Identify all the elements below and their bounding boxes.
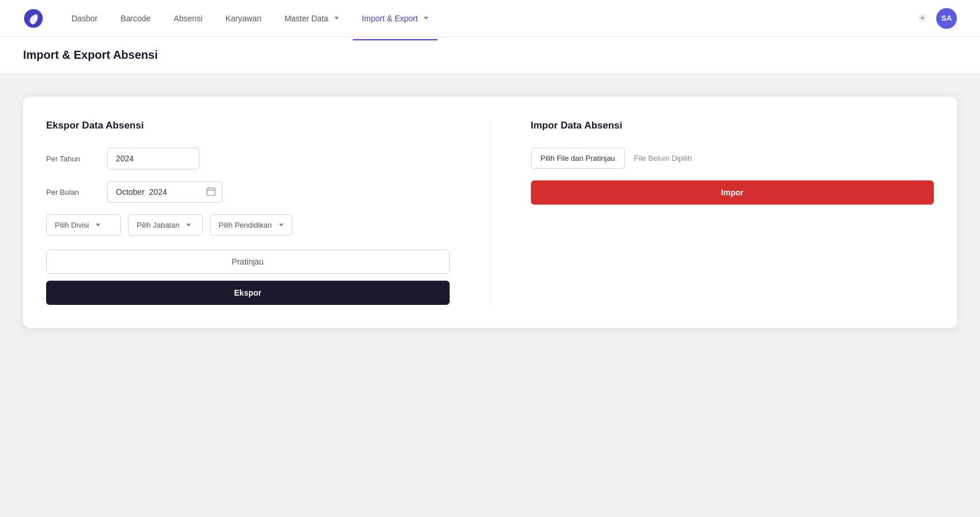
app-logo[interactable] <box>23 8 44 29</box>
month-row: Per Bulan <box>46 181 450 203</box>
nav-item-import-export[interactable]: Import & Export <box>353 9 438 28</box>
nav-item-master-data[interactable]: Master Data <box>275 9 348 28</box>
export-section: Ekspor Data Absensi Per Tahun Per Bulan <box>46 120 450 305</box>
section-divider <box>490 120 491 305</box>
dropdowns-row: Pilih Divisi Pilih Jabatan Pilih Pendidi… <box>46 214 450 236</box>
navbar: Dasbor Barcode Absensi Karyawan Master D… <box>0 0 980 37</box>
month-input[interactable] <box>107 181 223 203</box>
export-button[interactable]: Ekspor <box>46 281 450 305</box>
file-status: File Belum Dipilih <box>634 154 692 163</box>
year-label: Per Tahun <box>46 154 98 163</box>
nav-right: ☀ SA <box>918 8 957 29</box>
year-input[interactable] <box>107 148 199 169</box>
main-card: Ekspor Data Absensi Per Tahun Per Bulan <box>23 97 957 328</box>
nav-links: Dasbor Barcode Absensi Karyawan Master D… <box>62 9 918 28</box>
nav-item-barcode[interactable]: Barcode <box>111 9 160 28</box>
month-label: Per Bulan <box>46 188 98 197</box>
chevron-down-icon <box>186 224 191 227</box>
preview-button[interactable]: Pratinjau <box>46 250 450 274</box>
main-content: Ekspor Data Absensi Per Tahun Per Bulan <box>0 74 980 351</box>
nav-item-absensi[interactable]: Absensi <box>164 9 212 28</box>
nav-item-dasbor[interactable]: Dasbor <box>62 9 107 28</box>
month-input-wrapper <box>107 181 223 203</box>
chevron-down-icon <box>279 224 284 227</box>
nav-item-karyawan[interactable]: Karyawan <box>216 9 270 28</box>
divisi-dropdown[interactable]: Pilih Divisi <box>46 214 121 236</box>
page-header: Import & Export Absensi <box>0 37 980 74</box>
import-button[interactable]: Impor <box>531 180 934 205</box>
page-title: Import & Export Absensi <box>23 48 957 62</box>
chevron-down-icon <box>424 17 428 20</box>
jabatan-dropdown[interactable]: Pilih Jabatan <box>128 214 203 236</box>
file-pick-button[interactable]: Pilih File dan Pratinjau <box>531 148 625 169</box>
theme-toggle-icon[interactable]: ☀ <box>918 12 927 25</box>
file-pick-row: Pilih File dan Pratinjau File Belum Dipi… <box>531 148 934 169</box>
import-section: Impor Data Absensi Pilih File dan Pratin… <box>531 120 934 305</box>
chevron-down-icon <box>96 224 100 227</box>
year-row: Per Tahun <box>46 148 450 169</box>
chevron-down-icon <box>334 17 339 20</box>
pendidikan-dropdown[interactable]: Pilih Pendidikan <box>210 214 292 236</box>
export-section-title: Ekspor Data Absensi <box>46 120 450 131</box>
avatar[interactable]: SA <box>936 8 957 29</box>
import-section-title: Impor Data Absensi <box>531 120 934 131</box>
